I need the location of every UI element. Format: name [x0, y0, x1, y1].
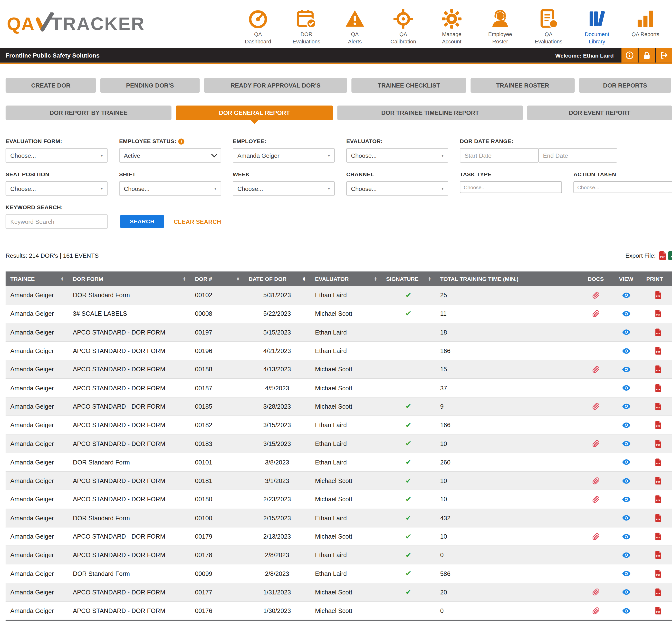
sort-icon[interactable]: ▲▼ [183, 277, 186, 281]
pdf-icon[interactable]: PDF [655, 384, 661, 392]
employee-select[interactable]: Amanda Geiger▾ [233, 149, 335, 163]
logout-button[interactable] [656, 48, 672, 63]
table-row[interactable]: Amanda Geiger DOR Standard Form 00101 3/… [6, 453, 672, 472]
nav-item-qa-dashboard[interactable]: QADashboard [239, 8, 277, 45]
view-eye-icon[interactable] [622, 329, 630, 335]
pdf-icon[interactable]: PDF [655, 328, 661, 336]
view-eye-icon[interactable] [622, 441, 630, 446]
table-row[interactable]: Amanda Geiger APCO STANDARD - DOR FORM 0… [6, 546, 672, 565]
task-type-input[interactable] [460, 181, 562, 193]
tab-trainee-checklist[interactable]: TRAINEE CHECKLIST [351, 78, 466, 93]
paperclip-icon[interactable] [592, 607, 599, 614]
view-eye-icon[interactable] [622, 385, 630, 391]
table-row[interactable]: Amanda Geiger DOR Standard Form 00102 5/… [6, 286, 672, 304]
tab-ready-for-approval-dors[interactable]: READY FOR APPROVAL DOR'S [204, 78, 347, 93]
tab-dor-trainee-timeline-report[interactable]: DOR TRAINEE TIMELINE REPORT [337, 106, 523, 120]
employee-status-select[interactable]: Active [119, 149, 221, 163]
info-button[interactable] [621, 48, 638, 63]
view-eye-icon[interactable] [622, 459, 630, 465]
app-logo[interactable]: QA TRACKER [7, 13, 145, 35]
sort-icon[interactable]: ▲▼ [428, 277, 431, 281]
channel-select[interactable]: Choose...▾ [346, 181, 448, 196]
tab-dor-report-by-trainee[interactable]: DOR REPORT BY TRAINEE [6, 106, 172, 120]
pdf-icon[interactable]: PDF [655, 533, 661, 541]
nav-item-employee-roster[interactable]: EmployeeRoster [481, 8, 519, 45]
pdf-icon[interactable]: PDF [655, 458, 661, 466]
pdf-icon[interactable]: PDF [655, 477, 661, 485]
table-row[interactable]: Amanda Geiger APCO STANDARD - DOR FORM 0… [6, 583, 672, 602]
action-taken-input[interactable] [573, 181, 672, 193]
pdf-icon[interactable]: PDF [655, 421, 661, 429]
table-row[interactable]: Amanda Geiger DOR Standard Form 00099 2/… [6, 565, 672, 583]
pdf-icon[interactable]: PDF [655, 551, 661, 559]
nav-item-qa-alerts[interactable]: QAAlerts [336, 8, 374, 45]
paperclip-icon[interactable] [592, 477, 599, 485]
sort-icon-active[interactable]: ▲▼ [302, 276, 306, 282]
col-date-of-dor-header[interactable]: DATE OF DOR▲▼ [244, 272, 310, 286]
view-eye-icon[interactable] [622, 348, 630, 354]
paperclip-icon[interactable] [592, 589, 599, 596]
pdf-icon[interactable]: PDF [655, 570, 661, 578]
clear-search-button[interactable]: CLEAR SEARCH [174, 219, 221, 225]
end-date-input[interactable] [538, 149, 617, 163]
pdf-icon[interactable]: PDF [655, 440, 661, 448]
table-row[interactable]: Amanda Geiger APCO STANDARD - DOR FORM 0… [6, 602, 672, 620]
view-eye-icon[interactable] [622, 422, 630, 428]
table-row[interactable]: Amanda Geiger APCO STANDARD - DOR FORM 0… [6, 360, 672, 379]
paperclip-icon[interactable] [592, 533, 599, 540]
table-row[interactable]: Amanda Geiger APCO STANDARD - DOR FORM 0… [6, 342, 672, 360]
view-eye-icon[interactable] [622, 292, 630, 298]
table-row[interactable]: Amanda Geiger APCO STANDARD - DOR FORM 0… [6, 398, 672, 416]
nav-item-dor-evaluations[interactable]: DOREvaluations [287, 8, 325, 45]
pdf-icon[interactable]: PDF [655, 366, 661, 373]
view-eye-icon[interactable] [622, 311, 630, 317]
nav-item-qa-evaluations[interactable]: QAEvaluations [530, 8, 568, 45]
table-row[interactable]: Amanda Geiger APCO STANDARD - DOR FORM 0… [6, 323, 672, 342]
keyword-search-input[interactable] [6, 214, 108, 229]
paperclip-icon[interactable] [592, 496, 599, 503]
evaluator-select[interactable]: Choose...▾ [346, 149, 448, 163]
view-eye-icon[interactable] [622, 534, 630, 539]
view-eye-icon[interactable] [622, 515, 630, 521]
col-signature-header[interactable]: SIGNATURE▲▼ [381, 272, 436, 286]
table-row[interactable]: Amanda Geiger APCO STANDARD - DOR FORM 0… [6, 416, 672, 434]
pdf-icon[interactable]: PDF [655, 588, 661, 596]
pdf-icon[interactable]: PDF [655, 310, 661, 318]
col-dor-num-header[interactable]: DOR #▲▼ [190, 272, 244, 286]
export-excel-icon[interactable]: X [668, 251, 672, 260]
tab-trainee-roster[interactable]: TRAINEE ROSTER [471, 78, 575, 93]
tab-dor-event-report[interactable]: DOR EVENT REPORT [527, 106, 672, 120]
view-eye-icon[interactable] [622, 552, 630, 558]
info-icon[interactable]: i [179, 138, 185, 144]
col-dor-form-header[interactable]: DOR FORM▲▼ [68, 272, 190, 286]
view-eye-icon[interactable] [622, 497, 630, 502]
paperclip-icon[interactable] [592, 291, 599, 299]
table-row[interactable]: Amanda Geiger APCO STANDARD - DOR FORM 0… [6, 490, 672, 509]
table-row[interactable]: Amanda Geiger APCO STANDARD - DOR FORM 0… [6, 379, 672, 398]
view-eye-icon[interactable] [622, 367, 630, 372]
pdf-icon[interactable]: PDF [655, 514, 661, 522]
evaluation-form-select[interactable]: Choose...▾ [6, 149, 108, 163]
sort-icon[interactable]: ▲▼ [61, 277, 64, 281]
paperclip-icon[interactable] [592, 366, 599, 373]
col-trainee-header[interactable]: TRAINEE▲▼ [6, 272, 68, 286]
view-eye-icon[interactable] [622, 608, 630, 614]
paperclip-icon[interactable] [592, 403, 599, 410]
col-evaluator-header[interactable]: EVALUATOR▲▼ [310, 272, 381, 286]
sort-icon[interactable]: ▲▼ [236, 277, 239, 281]
table-row[interactable]: Amanda Geiger APCO STANDARD - DOR FORM 0… [6, 527, 672, 546]
tab-create-dor[interactable]: CREATE DOR [6, 78, 96, 93]
pdf-icon[interactable]: PDF [655, 291, 661, 299]
shift-select[interactable]: Choose...▾ [119, 181, 221, 196]
table-row[interactable]: Amanda Geiger DOR Standard Form 00100 2/… [6, 509, 672, 527]
nav-item-qa-calibration[interactable]: QACalibration [385, 8, 422, 45]
tab-dor-reports[interactable]: DOR REPORTS [579, 78, 671, 93]
pdf-icon[interactable]: PDF [655, 495, 661, 503]
pdf-icon[interactable]: PDF [655, 607, 661, 615]
lock-button[interactable] [639, 48, 655, 63]
seat-position-select[interactable]: Choose...▾ [6, 181, 108, 196]
table-row[interactable]: Amanda Geiger APCO STANDARD - DOR FORM 0… [6, 434, 672, 453]
table-row[interactable]: Amanda Geiger APCO STANDARD - DOR FORM 0… [6, 472, 672, 490]
view-eye-icon[interactable] [622, 571, 630, 576]
view-eye-icon[interactable] [622, 478, 630, 484]
